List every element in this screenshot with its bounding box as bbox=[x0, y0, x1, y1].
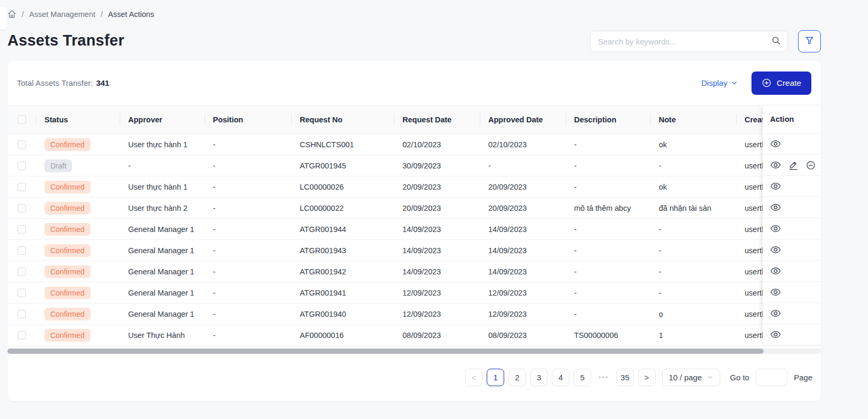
table-row: ConfirmedGeneral Manager 1-ATGR00194414/… bbox=[7, 219, 821, 240]
row-checkbox[interactable] bbox=[17, 183, 26, 191]
action-cell bbox=[763, 324, 821, 345]
cell-position: - bbox=[204, 198, 291, 219]
page-button-2[interactable]: 2 bbox=[508, 369, 526, 386]
row-checkbox[interactable] bbox=[17, 246, 26, 255]
cell-request-no: ATGR001944 bbox=[291, 219, 394, 240]
pagination: < 12345 ••• 35 > 10 / page Go to Page bbox=[7, 354, 821, 400]
last-page-button[interactable]: 35 bbox=[616, 369, 634, 386]
col-action: Action bbox=[763, 105, 821, 133]
cell-approved-date: 12/09/2023 bbox=[480, 304, 566, 325]
cell-request-date: 14/09/2023 bbox=[394, 219, 480, 240]
cell-approved-date: 20/09/2023 bbox=[480, 198, 566, 219]
cell-approver: General Manager 1 bbox=[120, 261, 204, 282]
cell-request-date: 20/09/2023 bbox=[394, 176, 480, 198]
row-checkbox[interactable] bbox=[17, 331, 26, 340]
collapsed-drawer-handle[interactable] bbox=[0, 6, 7, 30]
display-dropdown[interactable]: Display bbox=[701, 78, 738, 87]
cell-note: - bbox=[650, 240, 736, 261]
cell-approver: General Manager 1 bbox=[120, 282, 204, 304]
table-header-row: Status Approver Position Request No Requ… bbox=[7, 105, 821, 134]
cell-request-no: LC00000022 bbox=[291, 198, 394, 219]
action-cell bbox=[763, 303, 821, 324]
page-button-1[interactable]: 1 bbox=[487, 369, 504, 386]
assets-transfer-panel: Total Assets Transfer: 341 Display Creat… bbox=[7, 61, 821, 401]
page-title: Assets Transfer bbox=[7, 32, 124, 49]
eye-icon[interactable] bbox=[770, 329, 781, 340]
page-label: Page bbox=[794, 373, 812, 382]
eye-icon[interactable] bbox=[770, 308, 781, 319]
cell-description: - bbox=[566, 176, 650, 198]
cell-request-date: 20/09/2023 bbox=[394, 198, 480, 219]
action-cell bbox=[763, 239, 821, 261]
status-badge: Confirmed bbox=[44, 287, 91, 299]
next-page-button[interactable]: > bbox=[638, 369, 656, 386]
search-input[interactable] bbox=[598, 37, 771, 46]
more-pages-ellipsis[interactable]: ••• bbox=[595, 373, 612, 381]
cell-position: - bbox=[204, 134, 291, 155]
row-checkbox[interactable] bbox=[17, 310, 26, 318]
select-all-checkbox[interactable] bbox=[17, 115, 26, 124]
breadcrumb-separator: / bbox=[101, 10, 103, 19]
edit-pencil-icon[interactable] bbox=[788, 160, 799, 171]
action-cell bbox=[763, 218, 821, 239]
row-checkbox[interactable] bbox=[17, 162, 26, 170]
status-badge: Confirmed bbox=[44, 265, 91, 278]
minus-circle-icon[interactable] bbox=[806, 160, 816, 171]
cell-position: - bbox=[204, 261, 291, 282]
breadcrumb-asset-actions: Asset Actions bbox=[108, 10, 154, 19]
eye-icon[interactable] bbox=[770, 181, 781, 192]
scrollbar-thumb[interactable] bbox=[7, 349, 764, 354]
row-checkbox[interactable] bbox=[17, 289, 26, 297]
breadcrumb-asset-management[interactable]: Asset Management bbox=[29, 10, 95, 19]
search-icon[interactable] bbox=[771, 35, 781, 48]
horizontal-scrollbar[interactable] bbox=[7, 349, 821, 354]
page-button-4[interactable]: 4 bbox=[552, 369, 569, 386]
eye-icon[interactable] bbox=[770, 265, 781, 277]
table-row: ConfirmedGeneral Manager 1-ATGR00194314/… bbox=[7, 240, 821, 261]
cell-request-no: ATGR001945 bbox=[291, 155, 394, 176]
create-button[interactable]: Create bbox=[751, 72, 811, 95]
eye-icon[interactable] bbox=[770, 244, 781, 255]
prev-page-button[interactable]: < bbox=[465, 369, 482, 386]
eye-icon[interactable] bbox=[770, 287, 781, 298]
table-row: ConfirmedGeneral Manager 1-ATGR00194112/… bbox=[7, 282, 821, 304]
row-checkbox[interactable] bbox=[17, 225, 26, 234]
eye-icon[interactable] bbox=[770, 223, 781, 234]
cell-description: - bbox=[566, 219, 650, 240]
row-checkbox[interactable] bbox=[17, 140, 26, 149]
cell-position: - bbox=[204, 155, 291, 176]
row-checkbox[interactable] bbox=[17, 204, 26, 212]
plus-circle-icon bbox=[762, 78, 772, 88]
col-request-no: Request No bbox=[291, 105, 394, 134]
home-icon[interactable] bbox=[7, 10, 16, 19]
create-label: Create bbox=[776, 78, 801, 88]
cell-note: ok bbox=[650, 176, 736, 198]
cell-note: 1 bbox=[650, 325, 736, 346]
page-button-3[interactable]: 3 bbox=[530, 369, 548, 386]
eye-icon[interactable] bbox=[770, 159, 781, 171]
eye-icon[interactable] bbox=[770, 138, 781, 149]
page-button-5[interactable]: 5 bbox=[574, 369, 591, 386]
filter-funnel-icon bbox=[804, 35, 815, 48]
filter-button[interactable] bbox=[798, 30, 821, 52]
row-checkbox[interactable] bbox=[17, 268, 26, 276]
cell-approved-date: 14/09/2023 bbox=[480, 261, 566, 282]
cell-request-no: ATGR001943 bbox=[291, 240, 394, 261]
eye-icon[interactable] bbox=[770, 202, 781, 213]
cell-description: - bbox=[566, 304, 650, 325]
cell-description: TS00000006 bbox=[566, 325, 650, 346]
cell-approver: General Manager 1 bbox=[120, 240, 204, 261]
cell-description: mô tả thêm abcy bbox=[566, 198, 650, 219]
cell-description: - bbox=[566, 282, 650, 304]
col-note: Note bbox=[650, 105, 736, 134]
status-badge: Confirmed bbox=[44, 223, 91, 236]
cell-approver: User Thực Hành bbox=[120, 325, 204, 346]
cell-request-no: ATGR001941 bbox=[291, 282, 394, 304]
chevron-down-icon bbox=[731, 79, 738, 86]
page-size-select[interactable]: 10 / page bbox=[662, 369, 721, 386]
goto-page-input[interactable] bbox=[756, 369, 788, 386]
status-badge: Draft bbox=[44, 159, 72, 172]
status-badge: Confirmed bbox=[44, 308, 91, 320]
cell-approver: User thực hành 1 bbox=[120, 134, 204, 155]
action-cell bbox=[763, 282, 821, 303]
